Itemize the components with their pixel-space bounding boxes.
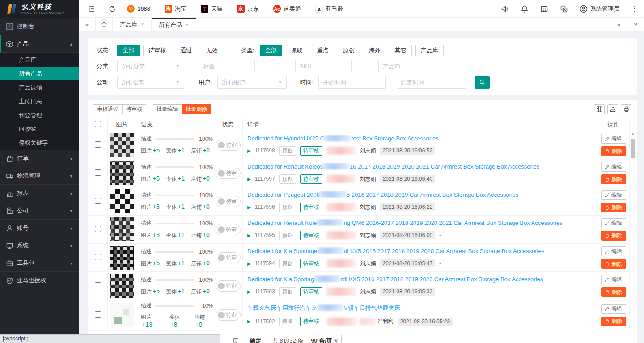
sidebar-item-product-claim[interactable]: 产品认领 (0, 80, 79, 94)
play-icon[interactable]: ▶ (247, 261, 251, 266)
sidebar-item-recycle-bin[interactable]: 回收站 (0, 122, 79, 136)
tabs-menu-icon[interactable]: ˅ (627, 18, 644, 31)
scrollbar-thumb[interactable] (631, 139, 635, 158)
more-menu-icon[interactable]: ⋮ (631, 5, 638, 13)
type-chip-all[interactable]: 全部 (260, 45, 282, 56)
product-thumbnail[interactable] (110, 161, 134, 185)
product-thumbnail[interactable] (110, 303, 134, 327)
edit-button[interactable]: 编辑 (601, 275, 626, 284)
edit-button[interactable]: 编辑 (601, 162, 626, 172)
delete-button[interactable]: 删除 (601, 287, 626, 297)
row-checkbox[interactable] (95, 169, 101, 176)
set-pending-button[interactable]: 待审核 (123, 104, 146, 114)
export-button[interactable] (607, 104, 618, 114)
play-icon[interactable]: ▶ (247, 177, 251, 182)
sku-input[interactable] (295, 60, 352, 72)
search-button[interactable] (475, 76, 490, 89)
platform-tab-amazon[interactable]: a 亚马逊 (315, 5, 343, 13)
bell-icon[interactable] (521, 5, 529, 13)
type-chip-scraped[interactable]: 抓取 (286, 45, 308, 56)
scroll-up-icon[interactable]: ▲ (630, 131, 636, 137)
row-checkbox[interactable] (95, 254, 101, 260)
tabs-scroll-right-icon[interactable]: » (610, 18, 627, 31)
sidebar-item-system[interactable]: 系统 ▾ (0, 237, 79, 254)
category-select[interactable]: 所有分类 ▼ (117, 60, 184, 72)
status-chip-pending[interactable]: 待审核 (143, 45, 171, 56)
product-id-input[interactable] (378, 60, 428, 72)
home-tab[interactable] (96, 18, 113, 31)
title-input[interactable] (199, 60, 255, 72)
row-checkbox[interactable] (95, 198, 101, 204)
sidebar-item-infringement-keywords[interactable]: 侵权关键字 (0, 136, 79, 150)
product-title-link[interactable]: Dedicated for Renault Koleng QM6 2016-20… (247, 219, 563, 226)
product-title-link[interactable]: 车载充气床车用旅行汽车充V轿车后排气垫睡觉床 (247, 304, 400, 312)
product-title-link[interactable]: Dedicated for Kia Sportagedi KX5 2016 20… (247, 247, 544, 254)
row-checkbox[interactable] (95, 282, 101, 288)
sidebar-item-product[interactable]: 产品 ▴ (0, 35, 79, 53)
sidebar-item-logistics[interactable]: 物流管理 ▾ (0, 167, 79, 185)
product-title-link[interactable]: Dedicated for Hyundai IX25 Crest Box Sto… (247, 135, 439, 142)
company-select[interactable]: 所有公司 ▼ (117, 76, 184, 89)
product-thumbnail[interactable] (110, 246, 134, 270)
tab-all-products[interactable]: 所有产品 × (152, 18, 196, 31)
batch-delete-button[interactable]: 批量删除 (182, 104, 211, 114)
refresh-icon[interactable] (108, 5, 116, 13)
print-button[interactable] (621, 104, 631, 114)
status-chip-all[interactable]: 全部 (117, 45, 140, 56)
edit-button[interactable]: 编辑 (601, 134, 626, 144)
sidebar-item-dashboard[interactable]: 控制台 (0, 18, 79, 35)
sidebar-item-orders[interactable]: 订单 ▾ (0, 150, 79, 167)
status-chip-invalid[interactable]: 无效 (201, 45, 223, 56)
sidebar-item-product-library[interactable]: 产品库 (0, 53, 79, 67)
row-checkbox[interactable] (95, 311, 101, 318)
platform-tab-1688[interactable]: ✆ 1688 (127, 5, 150, 13)
product-thumbnail[interactable] (110, 217, 134, 241)
product-thumbnail[interactable] (110, 133, 134, 157)
sidebar-item-amazon-auth[interactable]: 亚马逊授权 (0, 272, 79, 289)
edit-button[interactable]: 编辑 (601, 190, 626, 200)
play-icon[interactable]: ▶ (247, 319, 251, 324)
edit-button[interactable]: 编辑 (601, 304, 626, 314)
product-title-link[interactable]: Dedicated for Kia Sportagrdi KX5 2016 20… (247, 275, 543, 283)
product-thumbnail[interactable] (110, 274, 134, 298)
play-icon[interactable]: ▶ (247, 205, 251, 210)
sidebar-item-upload-log[interactable]: 上传日志 (0, 94, 79, 108)
sidebar-item-accounts[interactable]: 账号 ▾ (0, 220, 79, 237)
delete-button[interactable]: 删除 (601, 203, 626, 212)
edit-button[interactable]: 编辑 (601, 246, 626, 256)
copy-link-icon[interactable] (560, 5, 568, 13)
approve-button[interactable]: 审核通过 (93, 104, 123, 114)
confirm-page-button[interactable]: 确定 (244, 335, 267, 343)
sidebar-item-reports[interactable]: 报表 ▾ (0, 185, 79, 202)
product-title-link[interactable]: Dedicated for Renault Koleos16 2017 2018… (247, 163, 539, 170)
type-chip-library[interactable]: 产品库 (415, 45, 444, 56)
sidebar-item-listing-management[interactable]: 刊登管理 (0, 108, 79, 122)
columns-filter-button[interactable] (594, 104, 605, 114)
close-icon[interactable]: × (186, 22, 189, 28)
table-scrollbar[interactable]: ▲ (630, 131, 636, 327)
platform-tab-jd[interactable]: 京 京东 (237, 5, 259, 13)
page-size-select[interactable]: 90 条/页 ˅ (307, 335, 342, 343)
type-chip-original[interactable]: 原创 (338, 45, 360, 56)
type-chip-overseas[interactable]: 海外 (364, 45, 386, 56)
sidebar-item-all-products[interactable]: 所有产品 (0, 67, 79, 80)
sidebar-item-company[interactable]: 公司 ▾ (0, 202, 79, 220)
play-icon[interactable]: ▶ (247, 148, 251, 153)
edit-button[interactable]: 编辑 (601, 218, 626, 228)
product-thumbnail[interactable] (110, 189, 134, 213)
platform-tab-taobao[interactable]: 淘 淘宝 (165, 5, 186, 13)
type-chip-key[interactable]: 重点 (312, 45, 334, 56)
play-icon[interactable]: ▶ (247, 233, 251, 238)
delete-button[interactable]: 删除 (601, 174, 626, 184)
delete-button[interactable]: 删除 (601, 146, 626, 156)
batch-edit-button[interactable]: 批量编辑 (153, 104, 182, 114)
play-icon[interactable]: ▶ (247, 289, 251, 294)
type-chip-other[interactable]: 其它 (390, 45, 412, 56)
product-title-link[interactable]: Dedicated for Peugeot 20085 2016 2017 20… (247, 191, 518, 198)
collapse-sidebar-icon[interactable] (88, 5, 96, 13)
tab-product-library[interactable]: 产品库 × (113, 18, 152, 31)
start-time-input[interactable] (318, 76, 386, 89)
row-checkbox[interactable] (95, 226, 101, 232)
sidebar-item-toolbox[interactable]: 工具包 ▾ (0, 254, 79, 272)
tabs-scroll-left-icon[interactable]: « (79, 18, 96, 31)
